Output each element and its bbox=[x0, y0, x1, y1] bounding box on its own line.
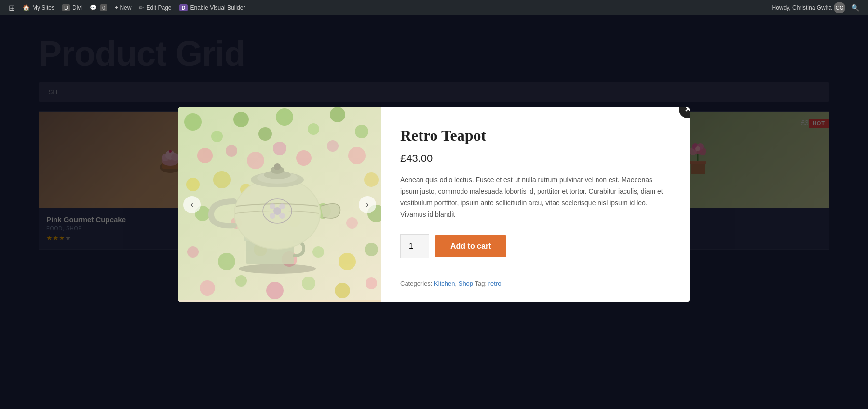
modal-overlay[interactable]: ✕ bbox=[0, 0, 868, 409]
svg-point-59 bbox=[335, 283, 350, 298]
svg-point-54 bbox=[365, 243, 378, 256]
comments-count: 0 bbox=[100, 4, 107, 11]
category-link-shop[interactable]: Shop bbox=[459, 280, 473, 287]
visual-builder-item[interactable]: D Enable Visual Builder bbox=[176, 0, 249, 15]
tag-link-retro[interactable]: retro bbox=[488, 280, 502, 287]
svg-point-68 bbox=[270, 203, 275, 209]
modal-teapot-image bbox=[198, 132, 362, 278]
edit-page-label: Edit Page bbox=[146, 4, 171, 11]
sites-icon: 🏠 bbox=[23, 4, 30, 11]
svg-point-71 bbox=[279, 213, 285, 219]
new-label: + New bbox=[115, 4, 131, 11]
tag-label: Tag: bbox=[475, 280, 487, 287]
new-item[interactable]: + New bbox=[111, 0, 135, 15]
avatar: CG bbox=[834, 2, 845, 13]
modal-image-section: ‹ › bbox=[178, 107, 381, 301]
category-link-kitchen[interactable]: Kitchen bbox=[434, 280, 455, 287]
divi-logo-icon: D bbox=[62, 4, 70, 11]
modal-divider bbox=[400, 272, 670, 272]
svg-point-28 bbox=[330, 107, 345, 122]
svg-point-58 bbox=[302, 277, 315, 290]
svg-point-24 bbox=[233, 112, 249, 127]
modal-prev-button[interactable]: ‹ bbox=[183, 196, 201, 213]
admin-bar: ⊞ 🏠 My Sites D Divi 💬 0 + New ✏ Edit Pag… bbox=[0, 0, 868, 15]
my-sites-item[interactable]: 🏠 My Sites bbox=[19, 0, 58, 15]
svg-point-61 bbox=[239, 264, 316, 274]
prev-arrow-icon: ‹ bbox=[190, 199, 193, 210]
modal-next-button[interactable]: › bbox=[359, 196, 376, 213]
comments-item[interactable]: 💬 0 bbox=[86, 0, 111, 15]
svg-point-22 bbox=[184, 113, 202, 131]
modal-meta: Categories: Kitchen, Shop Tag: retro bbox=[400, 280, 670, 287]
divi-label: Divi bbox=[72, 4, 82, 11]
my-sites-label: My Sites bbox=[32, 4, 54, 11]
next-arrow-icon: › bbox=[366, 199, 369, 210]
modal-product-title: Retro Teapot bbox=[400, 127, 670, 145]
add-to-cart-button[interactable]: Add to cart bbox=[435, 235, 506, 257]
svg-point-40 bbox=[364, 172, 379, 187]
pencil-icon: ✏ bbox=[139, 4, 144, 11]
svg-point-70 bbox=[270, 213, 275, 219]
visual-builder-label: Enable Visual Builder bbox=[190, 4, 245, 11]
comments-icon: 💬 bbox=[90, 4, 97, 11]
wp-logo-item[interactable]: ⊞ bbox=[5, 0, 19, 15]
categories-label: Categories: bbox=[400, 280, 432, 287]
howdy-text: Howdy, Christina Gwira bbox=[772, 4, 832, 11]
svg-point-57 bbox=[266, 282, 284, 299]
svg-point-60 bbox=[366, 277, 377, 289]
search-icon[interactable]: 🔍 bbox=[847, 4, 863, 12]
svg-point-55 bbox=[200, 280, 215, 296]
svg-point-69 bbox=[279, 203, 285, 209]
svg-point-76 bbox=[274, 163, 281, 170]
svg-point-26 bbox=[276, 108, 293, 126]
modal-description: Aenean quis odio lectus. Fusce et est ut… bbox=[400, 174, 670, 220]
modal-detail: Retro Teapot £43.00 Aenean quis odio lec… bbox=[381, 107, 690, 301]
product-modal: ✕ bbox=[178, 107, 690, 301]
quantity-input[interactable] bbox=[400, 234, 429, 258]
svg-point-67 bbox=[273, 207, 281, 215]
svg-point-48 bbox=[187, 246, 199, 258]
modal-add-section: Add to cart bbox=[400, 234, 670, 258]
divi-item[interactable]: D Divi bbox=[58, 0, 86, 15]
admin-bar-right: Howdy, Christina Gwira CG 🔍 bbox=[772, 2, 863, 13]
edit-page-item[interactable]: ✏ Edit Page bbox=[135, 0, 175, 15]
wp-icon: ⊞ bbox=[9, 3, 15, 13]
modal-price: £43.00 bbox=[400, 152, 670, 165]
divi-d-icon: D bbox=[179, 4, 188, 11]
